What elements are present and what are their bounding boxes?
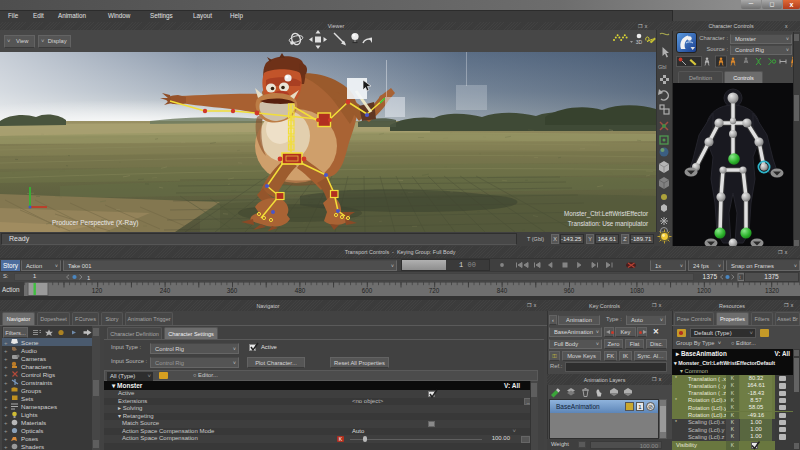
svg-text:120: 120 — [92, 287, 103, 294]
svg-text:Opticals: Opticals — [21, 427, 43, 434]
svg-text:Constraints: Constraints — [21, 379, 52, 386]
svg-text:240: 240 — [160, 287, 171, 294]
svg-text:Cameras: Cameras — [21, 355, 46, 362]
svg-text:Control Rigs: Control Rigs — [21, 371, 55, 378]
svg-text:720: 720 — [429, 287, 440, 294]
svg-text:Sets: Sets — [21, 395, 33, 402]
svg-text:Groups: Groups — [21, 387, 41, 394]
svg-text:+: + — [4, 428, 8, 434]
svg-text:+: + — [4, 372, 8, 378]
svg-text:+: + — [4, 444, 8, 450]
svg-text:+: + — [4, 380, 8, 386]
svg-text:+: + — [4, 388, 8, 394]
svg-text:t: t — [739, 275, 741, 280]
svg-text:Gbl: Gbl — [658, 64, 667, 70]
svg-text:+: + — [4, 436, 8, 442]
svg-text:+: + — [4, 420, 8, 426]
svg-text:600: 600 — [362, 287, 373, 294]
svg-text:960: 960 — [564, 287, 575, 294]
svg-text:Characters: Characters — [21, 363, 51, 370]
svg-text:480: 480 — [295, 287, 306, 294]
svg-text:Shaders: Shaders — [21, 443, 44, 450]
svg-text:+: + — [4, 364, 8, 370]
svg-text:3D: 3D — [636, 39, 643, 45]
svg-text:+: + — [4, 356, 8, 362]
svg-text:Lights: Lights — [21, 411, 38, 418]
svg-text:+: + — [4, 340, 8, 346]
svg-text:+: + — [4, 348, 8, 354]
svg-text:Action: Action — [2, 286, 20, 293]
svg-text:Translation: Use manipulator: Translation: Use manipulator — [568, 220, 648, 228]
svg-text:360: 360 — [227, 287, 238, 294]
svg-text:Poses: Poses — [21, 435, 38, 442]
svg-text:840: 840 — [497, 287, 508, 294]
svg-text:Audio: Audio — [21, 347, 37, 354]
svg-text:Scene: Scene — [21, 339, 39, 346]
svg-text:1080: 1080 — [630, 287, 645, 294]
svg-text:Producer Perspective (X-Ray): Producer Perspective (X-Ray) — [52, 219, 138, 227]
svg-text:1200: 1200 — [697, 287, 712, 294]
svg-text:Materials: Materials — [21, 419, 46, 426]
svg-text:Monster_Ctrl:LeftWristEffector: Monster_Ctrl:LeftWristEffector — [564, 210, 648, 218]
svg-text:1: 1 — [87, 275, 91, 281]
svg-text:+: + — [4, 412, 8, 418]
svg-text:+: + — [4, 396, 8, 402]
svg-text:Namespaces: Namespaces — [21, 403, 57, 410]
svg-text:1320: 1320 — [765, 287, 780, 294]
svg-text:+: + — [4, 404, 8, 410]
